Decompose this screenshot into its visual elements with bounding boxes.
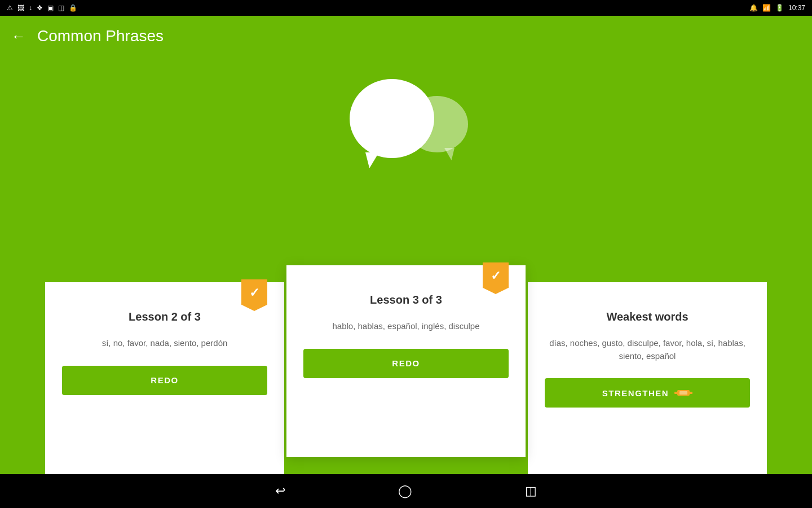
- main-content: ✓ Lesson 2 of 3 sí, no, favor, nada, sie…: [0, 56, 812, 474]
- bottom-nav: ↩ ◯ ◫: [0, 474, 812, 508]
- warning-icon: ⚠: [7, 4, 13, 12]
- weakest-words-list: días, noches, gusto, disculpe, favor, ho…: [545, 337, 750, 362]
- strengthen-icon: [674, 389, 692, 397]
- home-nav-icon[interactable]: ◯: [398, 484, 412, 498]
- lesson-3-words: hablo, hablas, español, inglés, disculpe: [303, 320, 509, 333]
- status-bar: ⚠ 🖼 ↓ ❖ ▣ ◫ 🔒 🔔 📶 🔋 10:37: [0, 0, 812, 16]
- header: ← Common Phrases: [0, 16, 812, 56]
- lesson-2-badge: ✓: [241, 279, 267, 311]
- lesson-2-title: Lesson 2 of 3: [62, 310, 267, 323]
- tablet-icon: ◫: [58, 4, 64, 12]
- lesson-2-words: sí, no, favor, nada, siento, perdón: [62, 337, 267, 350]
- page-title: Common Phrases: [37, 27, 164, 45]
- lesson-3-redo-button[interactable]: REDO: [303, 349, 509, 378]
- weakest-words-title: Weakest words: [545, 310, 750, 323]
- duolingo-icon: ❖: [37, 4, 43, 12]
- lesson-3-badge: ✓: [483, 262, 509, 294]
- lock-icon: 🔒: [69, 4, 77, 12]
- lesson-2-redo-button[interactable]: REDO: [62, 366, 267, 395]
- battery-icon: 🔋: [775, 4, 784, 12]
- status-icons-right: 🔔 📶 🔋 10:37: [749, 4, 805, 12]
- svg-rect-3: [679, 391, 687, 395]
- image-icon: 🖼: [17, 4, 24, 12]
- grid-icon: ▣: [47, 4, 54, 12]
- clock: 10:37: [788, 4, 805, 12]
- lesson-3-title: Lesson 3 of 3: [303, 294, 509, 306]
- strengthen-button[interactable]: STRENGTHEN: [545, 378, 750, 408]
- notification-icon: 🔔: [749, 4, 758, 12]
- checkmark-icon: ✓: [249, 286, 259, 300]
- strengthen-label: STRENGTHEN: [602, 388, 669, 398]
- chat-bubbles-illustration: [344, 68, 468, 181]
- recents-nav-icon[interactable]: ◫: [525, 484, 537, 498]
- checkmark-icon-2: ✓: [491, 269, 501, 283]
- status-icons-left: ⚠ 🖼 ↓ ❖ ▣ ◫ 🔒: [7, 4, 77, 12]
- wifi-icon: 📶: [762, 4, 771, 12]
- back-button[interactable]: ←: [11, 28, 26, 45]
- lesson-3-card: ✓ Lesson 3 of 3 hablo, hablas, español, …: [286, 265, 526, 457]
- download-icon: ↓: [29, 4, 32, 12]
- cards-section: ✓ Lesson 2 of 3 sí, no, favor, nada, sie…: [0, 282, 812, 474]
- weakest-words-card: Weakest words días, noches, gusto, discu…: [528, 282, 767, 474]
- bubble-secondary: [406, 96, 468, 152]
- back-nav-icon[interactable]: ↩: [275, 484, 285, 498]
- lesson-2-card: ✓ Lesson 2 of 3 sí, no, favor, nada, sie…: [45, 282, 284, 474]
- svg-rect-2: [689, 392, 692, 394]
